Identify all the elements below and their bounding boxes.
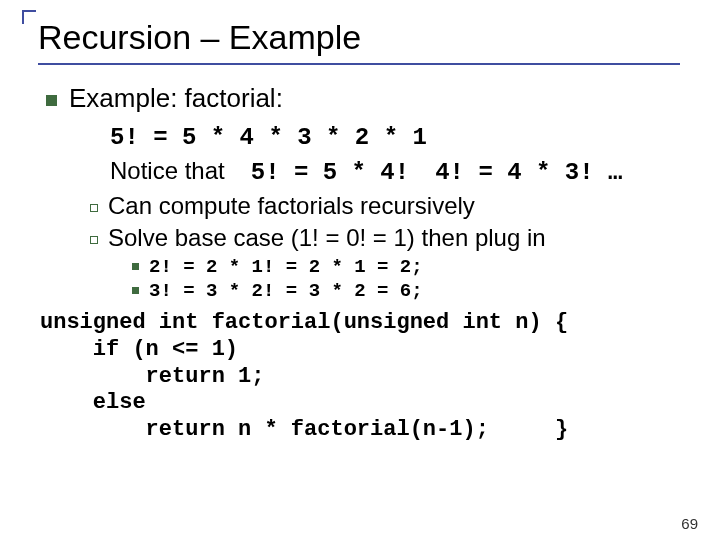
notice-label: Notice that [110, 157, 225, 184]
subpoint-basecase: Solve base case (1! = 0! = 1) then plug … [90, 224, 680, 252]
notice-eq-1: 5! = 5 * 4! [251, 159, 409, 186]
subpoint-basecase-text: Solve base case (1! = 0! = 1) then plug … [108, 224, 546, 251]
tiny-square-icon [132, 263, 139, 270]
step-line-1: 2! = 2 * 1! = 2 * 1 = 2; [132, 256, 680, 278]
step-2-text: 3! = 3 * 2! = 3 * 2 = 6; [149, 280, 423, 302]
factorial-expansion: 5! = 5 * 4 * 3 * 2 * 1 [110, 124, 680, 151]
notice-line: Notice that5! = 5 * 4!4! = 4 * 3! … [110, 157, 680, 186]
subpoint-recursive-text: Can compute factorials recursively [108, 192, 475, 219]
square-bullet-icon [46, 95, 57, 106]
code-block: unsigned int factorial(unsigned int n) {… [40, 310, 680, 444]
hollow-square-icon [90, 236, 98, 244]
step-1-text: 2! = 2 * 1! = 2 * 1 = 2; [149, 256, 423, 278]
step-line-2: 3! = 3 * 2! = 3 * 2 = 6; [132, 280, 680, 302]
example-heading-text: Example: factorial: [69, 83, 283, 113]
example-heading: Example: factorial: [46, 83, 680, 114]
page-number: 69 [681, 515, 698, 532]
slide-title: Recursion – Example [38, 18, 680, 65]
hollow-square-icon [90, 204, 98, 212]
tiny-square-icon [132, 287, 139, 294]
decorative-corner [22, 10, 36, 24]
subpoint-recursive: Can compute factorials recursively [90, 192, 680, 220]
notice-eq-2: 4! = 4 * 3! … [435, 159, 622, 186]
